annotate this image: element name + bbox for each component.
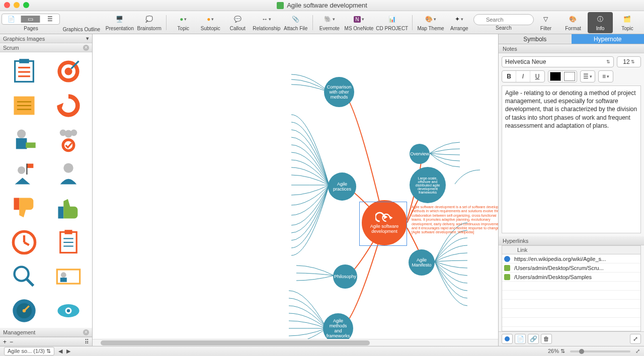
target-icon[interactable] bbox=[48, 56, 89, 86]
link-row-empty[interactable] bbox=[502, 318, 640, 327]
window-title: Agile software development bbox=[277, 2, 367, 9]
gauge-icon[interactable] bbox=[4, 296, 44, 326]
link-row-empty[interactable] bbox=[502, 309, 640, 318]
link-row[interactable]: /Users/admin/Desktop/Samples bbox=[502, 273, 640, 282]
node-overview[interactable]: Overview bbox=[410, 144, 430, 164]
svg-marker-48 bbox=[384, 215, 387, 219]
node-manifesto[interactable]: Agile Manifesto bbox=[409, 249, 435, 276]
manager-icon[interactable] bbox=[4, 125, 44, 155]
close-icon[interactable]: × bbox=[83, 45, 89, 51]
link-row[interactable]: https://en.wikipedia.org/wiki/Agile_s... bbox=[502, 254, 640, 263]
horizontal-scrollbar[interactable] bbox=[93, 339, 498, 346]
presentation-button[interactable]: 🖥️ Presentation bbox=[105, 12, 134, 33]
fill-color-button[interactable] bbox=[548, 71, 562, 82]
minimize-window-icon[interactable] bbox=[14, 2, 20, 8]
tab-symbols[interactable]: Symbols bbox=[499, 34, 572, 44]
attach-file-button[interactable]: 📎 Attach File bbox=[283, 12, 308, 33]
topic-button[interactable]: ●▾ Topic bbox=[171, 12, 196, 33]
clock-icon[interactable] bbox=[4, 227, 44, 257]
link-row-empty[interactable] bbox=[502, 282, 640, 291]
link-row[interactable]: /Users/admin/Desktop/Scrum/Scru... bbox=[502, 263, 640, 273]
main-area: Graphics Images ▾ Scrum × Manageme bbox=[0, 34, 644, 346]
bullet-list-button[interactable]: ☰▾ bbox=[581, 71, 595, 82]
search-input[interactable] bbox=[473, 14, 534, 25]
link-row-empty[interactable] bbox=[502, 291, 640, 300]
zoom-slider[interactable] bbox=[570, 350, 630, 352]
next-page-button[interactable]: ▶ bbox=[66, 348, 70, 354]
node-frameworks[interactable]: Large-scale, offshore and distributed ag… bbox=[410, 167, 446, 203]
clipboard-list-icon[interactable] bbox=[48, 227, 89, 257]
disclosure-icon[interactable]: ▾ bbox=[86, 35, 89, 42]
close-window-icon[interactable] bbox=[4, 2, 10, 8]
topic-panel-button[interactable]: 🗂️ Topic bbox=[615, 12, 640, 33]
format-button[interactable]: 🎨 Format bbox=[560, 12, 586, 33]
thumbs-up-icon[interactable] bbox=[48, 193, 89, 223]
node-philosophy[interactable]: Philosophy bbox=[333, 264, 357, 289]
globe-icon bbox=[504, 256, 510, 262]
add-topic-link-button[interactable]: 🔗 bbox=[528, 334, 539, 344]
scroll-thumb[interactable] bbox=[101, 340, 370, 345]
node-comparison[interactable]: Comparison with other methods bbox=[324, 77, 354, 107]
checklist-icon[interactable] bbox=[4, 56, 44, 86]
mindmap-canvas[interactable]: Agile software development Agile softwar… bbox=[93, 34, 498, 346]
page-view-icon[interactable]: 📄 bbox=[2, 16, 21, 23]
zoom-thumb[interactable] bbox=[579, 349, 584, 354]
align-button[interactable]: ≡▾ bbox=[599, 71, 613, 82]
remove-button[interactable]: − bbox=[10, 338, 13, 345]
italic-button[interactable]: I bbox=[516, 71, 530, 82]
notes-textarea[interactable]: Agile - relating to or denoting a method… bbox=[502, 85, 641, 233]
evernote-button[interactable]: 🐘▾ Evernote bbox=[317, 12, 342, 33]
info-button[interactable]: ⓘ Info bbox=[588, 12, 613, 33]
pages-segment[interactable]: 📄 ▭ ☰ Pages bbox=[4, 12, 58, 33]
close-icon[interactable]: × bbox=[83, 329, 89, 335]
subtopic-button[interactable]: ●▾ Subtopic bbox=[198, 12, 223, 33]
id-card-icon[interactable] bbox=[48, 261, 89, 292]
map-theme-button[interactable]: 🎨▾ Map Theme bbox=[417, 12, 445, 33]
underline-button[interactable]: U bbox=[530, 71, 544, 82]
bold-button[interactable]: B bbox=[502, 71, 516, 82]
link-row-empty[interactable] bbox=[502, 300, 640, 309]
relationship-button[interactable]: ↔▾ Relationship bbox=[252, 12, 281, 33]
onenote-button[interactable]: N▾ MS OneNote bbox=[344, 12, 374, 33]
add-button[interactable]: + bbox=[3, 338, 7, 345]
node-agile-practices[interactable]: Agile practices bbox=[328, 172, 356, 201]
expand-links-button[interactable]: ⤢ bbox=[630, 334, 641, 344]
management-section-header[interactable]: Management × bbox=[0, 328, 92, 337]
outline-color-button[interactable] bbox=[562, 71, 577, 82]
central-topic[interactable]: Agile software development bbox=[362, 200, 407, 245]
magnifier-icon[interactable] bbox=[4, 261, 44, 292]
cd-project-button[interactable]: 📊 CD PROJECT bbox=[376, 12, 408, 33]
team-gear-icon[interactable] bbox=[48, 125, 89, 155]
onenote-icon: N▾ bbox=[352, 14, 365, 25]
filter-button[interactable]: ▽ Filter bbox=[533, 12, 558, 33]
font-family-select[interactable]: Helvetica Neue ⇅ bbox=[502, 56, 614, 67]
svg-point-20 bbox=[63, 140, 74, 151]
font-size-stepper[interactable]: 12⇅ bbox=[617, 56, 641, 67]
add-web-link-button[interactable] bbox=[502, 334, 513, 344]
grip-icon[interactable]: ⠿ bbox=[85, 338, 89, 345]
remove-link-button[interactable]: 🗑 bbox=[541, 334, 552, 344]
zoom-window-icon[interactable] bbox=[23, 2, 29, 8]
cycle-icon[interactable] bbox=[48, 91, 89, 121]
page-selector[interactable]: Agile so... (1/3) ⇅ bbox=[4, 347, 54, 355]
arrange-button[interactable]: ✦▾ Arrange bbox=[447, 12, 472, 33]
outline-view-icon[interactable]: ☰ bbox=[40, 16, 59, 23]
thumbs-down-icon[interactable] bbox=[4, 193, 44, 223]
zoom-value[interactable]: 26% ⇅ bbox=[548, 348, 565, 354]
scrum-section-header[interactable]: Scrum × bbox=[0, 43, 92, 52]
color-group bbox=[548, 70, 577, 82]
prev-page-button[interactable]: ◀ bbox=[58, 348, 62, 354]
person-icon[interactable] bbox=[48, 159, 89, 189]
fullscreen-button[interactable]: ⤢ bbox=[635, 348, 640, 354]
callout-button[interactable]: 💬 Callout bbox=[225, 12, 250, 33]
slide-view-icon[interactable]: ▭ bbox=[21, 16, 40, 23]
tab-hypernote[interactable]: Hypernote bbox=[572, 34, 645, 44]
eye-icon[interactable] bbox=[48, 296, 89, 326]
add-file-link-button[interactable]: 📄 bbox=[515, 334, 526, 344]
svg-point-22 bbox=[18, 166, 25, 174]
sticky-note-icon[interactable] bbox=[4, 91, 44, 121]
svg-rect-16 bbox=[26, 142, 35, 148]
paperclip-icon: 📎 bbox=[289, 14, 302, 25]
leader-flag-icon[interactable] bbox=[4, 159, 44, 189]
brainstorm-button[interactable]: 💭 Brainstorm bbox=[136, 12, 163, 33]
